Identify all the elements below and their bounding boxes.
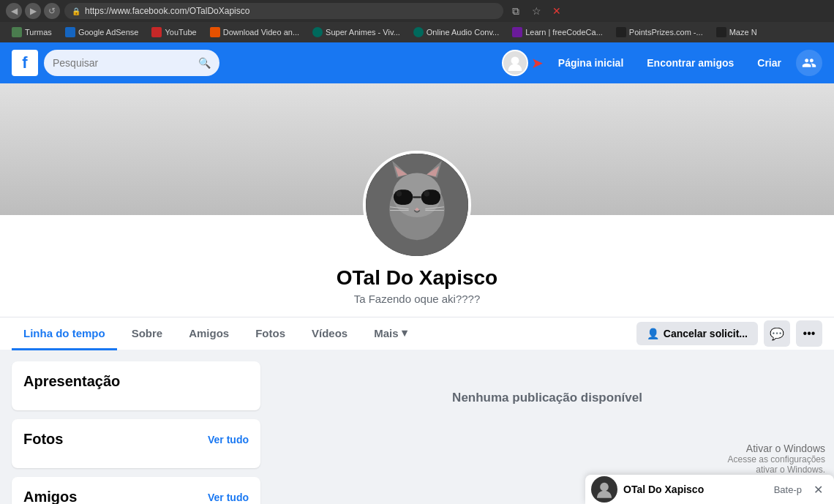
tab-videos[interactable]: Vídeos <box>300 318 359 350</box>
bookmark-freecodecamp[interactable]: Learn | freeCodeCa... <box>506 25 609 40</box>
search-icon: 🔍 <box>198 57 211 69</box>
chat-bate-label: Bate-p <box>774 484 802 495</box>
chat-bar: OTal Do Xapisco Bate-p ✕ <box>585 475 834 504</box>
lock-icon: 🔒 <box>72 7 80 15</box>
browser-chrome: ◀ ▶ ↺ 🔒 https://www.facebook.com/OTalDoX… <box>0 0 834 22</box>
bookmark-youtube[interactable]: YouTube <box>146 25 202 40</box>
nav-find-friends[interactable]: Encontrar amigos <box>638 53 743 73</box>
bookmark-star-button[interactable]: ☆ <box>528 3 544 19</box>
fb-nav-actions: ➤ Página inicial Encontrar amigos Criar <box>502 50 822 76</box>
photos-card: Fotos Ver tudo <box>12 419 260 468</box>
friends-card-title: Amigos Ver tudo <box>23 489 249 504</box>
close-tab-button[interactable]: ✕ <box>549 3 565 19</box>
presentation-card: Apresentação <box>12 361 260 410</box>
svg-point-11 <box>397 191 402 197</box>
bookmark-turmas[interactable]: Turmas <box>6 25 58 40</box>
chat-close-button[interactable]: ✕ <box>808 479 828 500</box>
red-arrow-icon: ➤ <box>531 54 544 72</box>
profile-avatar <box>363 151 471 259</box>
bookmarks-bar: Turmas Google AdSense YouTube Download V… <box>0 22 834 42</box>
new-tab-button[interactable]: ⧉ <box>508 3 524 19</box>
chat-avatar <box>591 476 617 503</box>
tab-photos[interactable]: Fotos <box>244 318 297 350</box>
bookmark-adsense[interactable]: Google AdSense <box>59 25 145 40</box>
back-button[interactable]: ◀ <box>6 3 22 19</box>
ellipsis-icon: ••• <box>803 327 816 340</box>
address-bar[interactable]: 🔒 https://www.facebook.com/OTalDoXapisco <box>64 3 503 19</box>
chevron-down-icon: ▾ <box>402 326 407 339</box>
forward-button[interactable]: ▶ <box>25 3 41 19</box>
messenger-button[interactable]: 💬 <box>764 320 790 347</box>
presentation-title: Apresentação <box>23 373 249 390</box>
svg-point-12 <box>424 191 429 197</box>
search-input[interactable] <box>53 57 192 69</box>
bookmark-online-audio[interactable]: Online Audio Conv... <box>407 25 505 40</box>
add-friend-icon: 👤 <box>647 328 659 339</box>
cancel-request-label: Cancelar solicit... <box>664 328 748 339</box>
bookmark-maze[interactable]: Maze N <box>710 25 763 40</box>
profile-left-column: Apresentação Fotos Ver tudo Amigos Ver t… <box>12 361 260 504</box>
nav-create[interactable]: Criar <box>748 53 790 73</box>
photos-card-title: Fotos Ver tudo <box>23 431 249 448</box>
bookmark-download-video[interactable]: Download Video an... <box>204 25 305 40</box>
tab-friends[interactable]: Amigos <box>177 318 241 350</box>
messenger-icon: 💬 <box>770 327 784 341</box>
photos-see-all-link[interactable]: Ver tudo <box>208 434 249 445</box>
no-posts-message: Nenhuma publicação disponível <box>272 361 822 435</box>
tab-actions: 👤 Cancelar solicit... 💬 ••• <box>636 320 822 347</box>
browser-actions: ⧉ ☆ ✕ <box>508 3 565 19</box>
svg-point-0 <box>511 56 519 64</box>
chat-name: OTal Do Xapisco <box>623 484 774 495</box>
windows-activate-subtitle2: ativar o Windows. <box>728 464 825 475</box>
windows-watermark: Ativar o Windows Acesse as configurações… <box>728 443 834 475</box>
profile-bio: Ta Fazendo oque aki???? <box>0 293 834 305</box>
profile-tabs-bar: Linha do tempo Sobre Amigos Fotos Vídeos… <box>0 317 834 350</box>
svg-rect-8 <box>394 189 413 205</box>
nav-buttons: ◀ ▶ ↺ <box>6 3 60 19</box>
bookmark-pointsprizes[interactable]: PointsPrizes.com -... <box>610 25 709 40</box>
bookmark-super-animes[interactable]: Super Animes - Viv... <box>307 25 406 40</box>
profile-cover <box>0 83 834 215</box>
nav-home[interactable]: Página inicial <box>549 53 632 73</box>
fb-people-icon[interactable] <box>796 50 822 76</box>
tab-more[interactable]: Mais ▾ <box>362 317 418 350</box>
more-actions-button[interactable]: ••• <box>796 320 822 347</box>
friends-see-all-link[interactable]: Ver tudo <box>208 492 249 503</box>
profile-name: OTal Do Xapisco <box>0 266 834 290</box>
refresh-button[interactable]: ↺ <box>44 3 60 19</box>
svg-point-18 <box>600 483 609 492</box>
windows-activate-subtitle: Acesse as configurações <box>728 454 825 464</box>
tab-timeline[interactable]: Linha do tempo <box>12 318 117 350</box>
friends-card: Amigos Ver tudo <box>12 477 260 504</box>
tab-about[interactable]: Sobre <box>120 318 175 350</box>
address-text: https://www.facebook.com/OTalDoXapisco <box>85 6 496 16</box>
profile-avatar-container <box>363 151 471 259</box>
facebook-navbar: f 🔍 ➤ Página inicial Encontrar amigos Cr… <box>0 42 834 83</box>
fb-search-bar[interactable]: 🔍 <box>44 50 219 76</box>
svg-rect-9 <box>421 189 440 205</box>
cancel-request-button[interactable]: 👤 Cancelar solicit... <box>636 322 758 345</box>
fb-user-avatar <box>502 50 528 76</box>
windows-activate-title: Ativar o Windows <box>728 443 825 454</box>
fb-logo: f <box>12 50 38 76</box>
